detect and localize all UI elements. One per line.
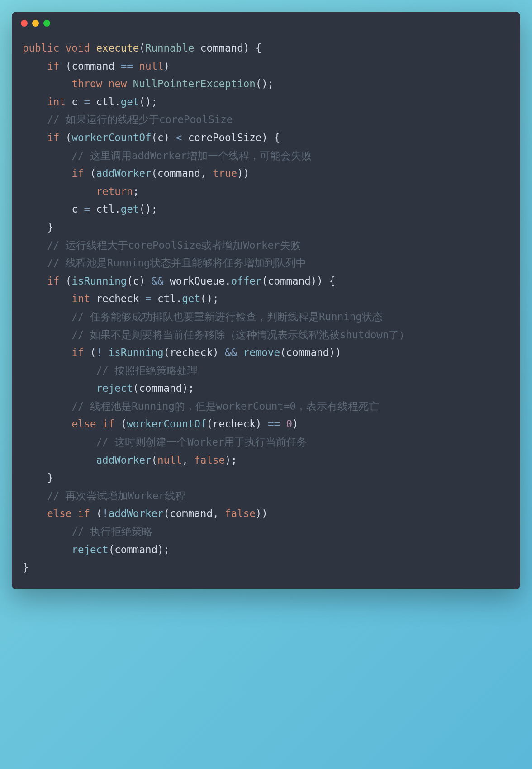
close-icon[interactable] [21,20,28,27]
minimize-icon[interactable] [32,20,39,27]
code-block[interactable]: public void execute(Runnable command) { … [12,30,520,589]
code-window: public void execute(Runnable command) { … [12,12,520,589]
maximize-icon[interactable] [43,20,50,27]
titlebar [12,12,520,30]
